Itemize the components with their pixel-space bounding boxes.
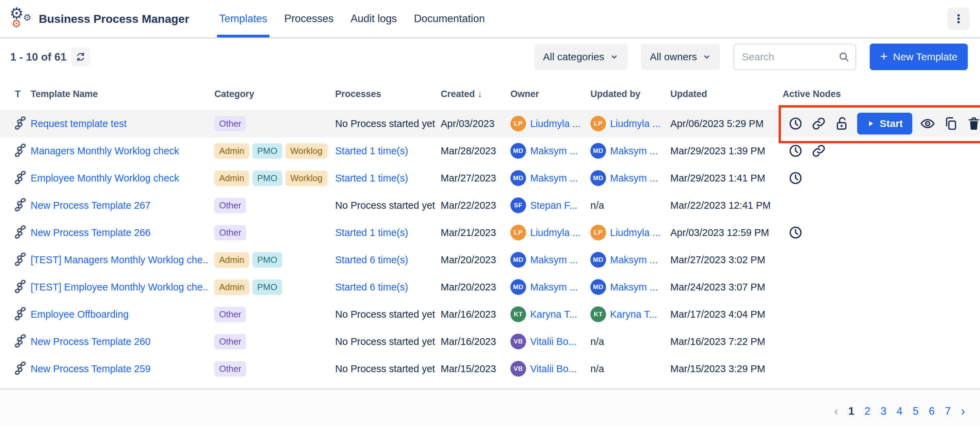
avatar: MD bbox=[590, 252, 606, 268]
category-badges: AdminPMOWorklog bbox=[215, 171, 335, 186]
process-type-icon bbox=[10, 224, 30, 241]
category-badge: PMO bbox=[253, 252, 282, 268]
template-name-link[interactable]: [TEST] Managers Monthly Worklog che... bbox=[30, 254, 208, 266]
processes-link[interactable]: Started 1 time(s) bbox=[335, 227, 408, 238]
top-bar: ⚙ ⚙ ⚙ Business Process Manager Templates… bbox=[0, 0, 980, 38]
page-number-3[interactable]: 3 bbox=[881, 405, 886, 418]
updated-by-link[interactable]: Liudmyla ... bbox=[610, 118, 660, 129]
template-name-link[interactable]: [TEST] Employee Monthly Worklog che... bbox=[30, 282, 208, 293]
updated-by-cell: n/a bbox=[590, 363, 670, 375]
owner-link[interactable]: Maksym ... bbox=[530, 145, 578, 156]
tab-documentation[interactable]: Documentation bbox=[414, 0, 485, 37]
updated-by-link[interactable]: Karyna T... bbox=[610, 309, 657, 320]
owner-link[interactable]: Stepan F... bbox=[530, 200, 578, 211]
unlock-icon[interactable] bbox=[834, 116, 850, 131]
avatar: SF bbox=[511, 198, 526, 213]
created-date: Mar/16/2023 bbox=[441, 309, 511, 320]
updated-by-link[interactable]: Liudmyla ... bbox=[610, 227, 660, 238]
processes-cell: Started 1 time(s) bbox=[335, 145, 441, 156]
template-name-link[interactable]: New Process Template 266 bbox=[30, 227, 208, 238]
page-number-7[interactable]: 7 bbox=[945, 405, 951, 418]
template-name-cell: [TEST] Managers Monthly Worklog che... bbox=[30, 254, 215, 266]
updated-datetime: Apr/06/2023 5:29 PM bbox=[670, 118, 783, 129]
avatar: MD bbox=[511, 170, 526, 186]
processes-link[interactable]: Started 6 time(s) bbox=[335, 254, 408, 265]
processes-link[interactable]: Started 1 time(s) bbox=[335, 172, 408, 183]
clock-icon[interactable] bbox=[788, 170, 803, 186]
clock-icon[interactable] bbox=[788, 116, 803, 131]
template-name-link[interactable]: Request template test bbox=[30, 118, 208, 129]
footer: ‹1234567› bbox=[0, 389, 980, 426]
clock-icon[interactable] bbox=[788, 225, 803, 240]
link-icon[interactable] bbox=[811, 143, 827, 159]
clock-icon[interactable] bbox=[788, 143, 803, 159]
category-badges: AdminPMOWorklog bbox=[215, 144, 335, 159]
copy-icon[interactable] bbox=[943, 116, 959, 131]
owner-link[interactable]: Liudmyla ... bbox=[530, 118, 581, 129]
owner-link[interactable]: Maksym ... bbox=[530, 282, 578, 293]
template-name-link[interactable]: Employee Monthly Worklog check bbox=[30, 172, 208, 184]
start-button[interactable]: Start bbox=[857, 113, 912, 134]
search-input[interactable] bbox=[742, 51, 838, 63]
trash-icon[interactable] bbox=[966, 116, 980, 131]
template-name-link[interactable]: New Process Template 259 bbox=[30, 363, 208, 375]
created-date: Mar/16/2023 bbox=[441, 336, 511, 347]
avatar: MD bbox=[590, 279, 606, 295]
updated-by-link[interactable]: Maksym ... bbox=[610, 172, 658, 184]
pagination-prev-icon[interactable]: ‹ bbox=[834, 405, 838, 418]
processes-link[interactable]: Started 1 time(s) bbox=[335, 145, 408, 156]
owner-link[interactable]: Maksym ... bbox=[530, 254, 578, 266]
categories-filter-dropdown[interactable]: All categories bbox=[534, 44, 627, 70]
table-row: New Process Template 266OtherStarted 1 t… bbox=[0, 219, 980, 246]
page-number-2[interactable]: 2 bbox=[865, 405, 870, 418]
main-nav: Templates Processes Audit logs Documenta… bbox=[219, 0, 485, 37]
column-header-category: Category bbox=[215, 89, 335, 99]
tab-processes[interactable]: Processes bbox=[285, 0, 334, 37]
owner-link[interactable]: Maksym ... bbox=[530, 172, 578, 184]
kebab-menu-button[interactable] bbox=[947, 8, 970, 30]
page-number-5[interactable]: 5 bbox=[913, 405, 918, 418]
refresh-button[interactable] bbox=[71, 47, 90, 66]
processes-link[interactable]: Started 6 time(s) bbox=[335, 282, 408, 292]
tab-templates[interactable]: Templates bbox=[219, 0, 267, 37]
active-nodes-actions bbox=[783, 192, 970, 219]
updated-by-link[interactable]: Maksym ... bbox=[610, 254, 658, 266]
pagination-next-icon[interactable]: › bbox=[961, 405, 965, 418]
category-badges: Other bbox=[215, 334, 335, 349]
eye-icon[interactable] bbox=[920, 116, 935, 131]
owner-cell: SFStepan F... bbox=[511, 198, 590, 213]
column-header-owner: Owner bbox=[511, 89, 590, 99]
template-name-link[interactable]: Managers Monthly Worklog check bbox=[30, 145, 208, 156]
page-number-6[interactable]: 6 bbox=[929, 405, 935, 418]
app-title: Business Process Manager bbox=[39, 12, 189, 26]
updated-by-cell: n/a bbox=[590, 200, 670, 211]
tab-audit-logs[interactable]: Audit logs bbox=[350, 0, 397, 37]
category-badges: Other bbox=[215, 307, 335, 322]
template-name-link[interactable]: Employee Offboarding bbox=[30, 309, 208, 320]
category-badge: PMO bbox=[253, 171, 282, 186]
owner-link[interactable]: Liudmyla ... bbox=[530, 227, 581, 238]
owner-link[interactable]: Vitalii Bo... bbox=[530, 336, 576, 347]
owner-link[interactable]: Karyna T... bbox=[530, 309, 577, 320]
column-header-active-nodes: Active Nodes bbox=[783, 89, 970, 99]
active-nodes-actions bbox=[783, 164, 970, 192]
updated-by-link[interactable]: Maksym ... bbox=[610, 282, 658, 293]
template-name-link[interactable]: New Process Template 267 bbox=[30, 200, 208, 211]
processes-cell: No Process started yet bbox=[335, 200, 441, 211]
owner-link[interactable]: Vitalii Bo... bbox=[530, 363, 576, 375]
page-number-1[interactable]: 1 bbox=[848, 405, 854, 418]
new-template-button[interactable]: + New Template bbox=[870, 43, 968, 70]
link-icon[interactable] bbox=[811, 116, 827, 131]
column-header-created[interactable]: Created↓ bbox=[441, 89, 511, 99]
page-number-4[interactable]: 4 bbox=[897, 405, 902, 418]
template-name-cell: New Process Template 266 bbox=[30, 227, 215, 238]
owner-cell: MDMaksym ... bbox=[511, 252, 590, 268]
category-badge: Other bbox=[215, 307, 246, 322]
category-badges: Other bbox=[215, 225, 335, 240]
template-name-link[interactable]: New Process Template 260 bbox=[30, 336, 208, 347]
column-header-updated-by: Updated by bbox=[590, 89, 670, 99]
owners-filter-dropdown[interactable]: All owners bbox=[641, 44, 720, 70]
updated-by-link[interactable]: Maksym ... bbox=[610, 145, 658, 156]
table-row: Managers Monthly Worklog checkAdminPMOWo… bbox=[0, 137, 980, 164]
pagination: ‹1234567› bbox=[834, 396, 965, 426]
